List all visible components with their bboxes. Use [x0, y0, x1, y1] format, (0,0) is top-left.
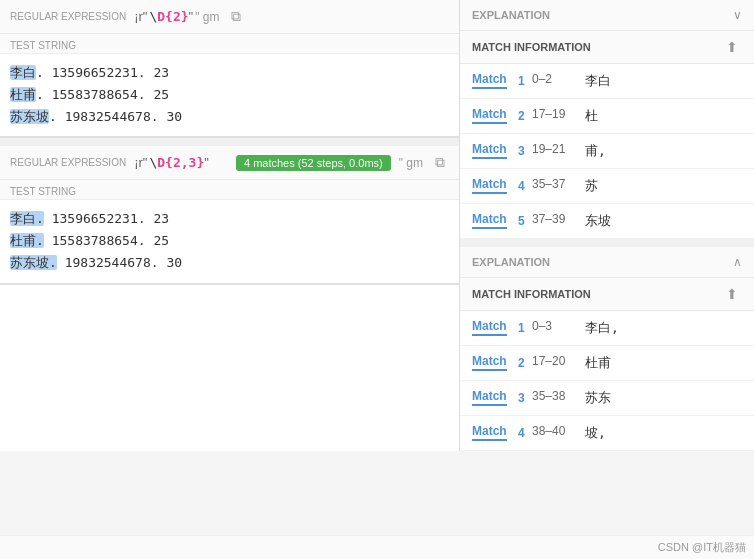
regex-flags-2: " gm: [399, 156, 423, 170]
test-string-content-2: 李白. 13596652231. 23 杜甫. 15583788654. 25 …: [0, 200, 459, 282]
explanation-label-2: EXPLANATION: [472, 256, 550, 268]
explanation-label-1: EXPLANATION: [472, 9, 550, 21]
test-string-label-1: TEST STRING: [0, 34, 459, 54]
regex-section-2: REGULAR EXPRESSION ¡r" \D{2,3} " 4 match…: [0, 146, 459, 284]
footer-bar: CSDN @IT机器猫: [0, 535, 754, 559]
right-section-1: EXPLANATION ∨ MATCH INFORMATION ⬆ Match …: [460, 0, 754, 239]
test-line-1-1: 李白. 13596652231. 23: [10, 62, 449, 84]
test-line-2-1: 李白. 13596652231. 23: [10, 208, 449, 230]
match-range-1-2: 17–19: [532, 107, 577, 121]
regex-label-2: REGULAR EXPRESSION: [10, 157, 126, 168]
match-tag-2-2: Match 2: [472, 354, 532, 371]
match-value-2-1: 李白,: [585, 319, 619, 337]
match-2-3: 苏东坡.: [10, 255, 57, 270]
match-value-2-4: 坡,: [585, 424, 606, 442]
match-range-1-1: 0–2: [532, 72, 577, 86]
copy-button-2[interactable]: ⧉: [431, 152, 449, 173]
regex-pattern-1: \D{2}: [149, 9, 188, 24]
match-tag-1-1: Match 1: [472, 72, 532, 89]
regex-prefix-1: ¡r": [134, 9, 147, 24]
regex-prefix-2: ¡r": [134, 155, 147, 170]
match-badge-2: 4 matches (52 steps, 0.0ms): [236, 155, 391, 171]
match-item-1-1: Match 1 0–2 李白: [460, 64, 754, 99]
regex-pattern-2: \D{2,3}: [149, 155, 204, 170]
right-section-divider: [460, 239, 754, 247]
copy-button-1[interactable]: ⧉: [227, 6, 245, 27]
match-item-1-2: Match 2 17–19 杜: [460, 99, 754, 134]
match-item-1-4: Match 4 35–37 苏: [460, 169, 754, 204]
match-tag-2-4: Match 4: [472, 424, 532, 441]
match-tag-1-3: Match 3: [472, 142, 532, 159]
test-line-1-3: 苏东坡. 19832544678. 30: [10, 106, 449, 128]
match-item-2-2: Match 2 17–20 杜甫: [460, 346, 754, 381]
regex-suffix-2: ": [204, 155, 209, 170]
right-panel: EXPLANATION ∨ MATCH INFORMATION ⬆ Match …: [460, 0, 754, 451]
match-tag-2-3: Match 3: [472, 389, 532, 406]
test-string-content-1: 李白. 13596652231. 23 杜甫. 15583788654. 25 …: [0, 54, 459, 136]
explanation-header-2: EXPLANATION ∧: [460, 247, 754, 278]
regex-header-1: REGULAR EXPRESSION ¡r" \D{2} " " gm ⧉: [0, 0, 459, 34]
match-item-2-3: Match 3 35–38 苏东: [460, 381, 754, 416]
regex-flags-1: " gm: [195, 10, 219, 24]
match-2-1: 李白.: [10, 211, 44, 226]
match-item-1-3: Match 3 19–21 甫,: [460, 134, 754, 169]
export-button-1[interactable]: ⬆: [722, 37, 742, 57]
match-tag-1-4: Match 4: [472, 177, 532, 194]
match-info-label-1: MATCH INFORMATION: [472, 41, 591, 53]
explanation-header-1: EXPLANATION ∨: [460, 0, 754, 31]
test-line-2-3: 苏东坡. 19832544678. 30: [10, 252, 449, 274]
match-value-1-1: 李白: [585, 72, 611, 90]
chevron-up-icon-2[interactable]: ∧: [733, 255, 742, 269]
match-value-1-3: 甫,: [585, 142, 606, 160]
chevron-down-icon-1[interactable]: ∨: [733, 8, 742, 22]
match-item-2-4: Match 4 38–40 坡,: [460, 416, 754, 451]
match-tag-1-5: Match 5: [472, 212, 532, 229]
regex-section-1: REGULAR EXPRESSION ¡r" \D{2} " " gm ⧉ TE…: [0, 0, 459, 138]
match-value-1-4: 苏: [585, 177, 598, 195]
match-value-2-3: 苏东: [585, 389, 611, 407]
right-section-2: EXPLANATION ∧ MATCH INFORMATION ⬆ Match …: [460, 247, 754, 451]
match-info-label-2: MATCH INFORMATION: [472, 288, 591, 300]
match-range-1-5: 37–39: [532, 212, 577, 226]
match-range-2-3: 35–38: [532, 389, 577, 403]
match-1-3: 苏东坡: [10, 109, 49, 124]
match-range-1-4: 35–37: [532, 177, 577, 191]
match-info-header-1: MATCH INFORMATION ⬆: [460, 31, 754, 64]
match-value-2-2: 杜甫: [585, 354, 611, 372]
match-range-2-2: 17–20: [532, 354, 577, 368]
test-string-label-2: TEST STRING: [0, 180, 459, 200]
match-value-1-5: 东坡: [585, 212, 611, 230]
section-divider: [0, 138, 459, 146]
match-2-2: 杜甫.: [10, 233, 44, 248]
main-layout: REGULAR EXPRESSION ¡r" \D{2} " " gm ⧉ TE…: [0, 0, 754, 451]
footer-text: CSDN @IT机器猫: [658, 541, 746, 553]
match-range-1-3: 19–21: [532, 142, 577, 156]
match-info-header-2: MATCH INFORMATION ⬆: [460, 278, 754, 311]
match-1-1: 李白: [10, 65, 36, 80]
test-line-2-2: 杜甫. 15583788654. 25: [10, 230, 449, 252]
match-range-2-4: 38–40: [532, 424, 577, 438]
test-line-1-2: 杜甫. 15583788654. 25: [10, 84, 449, 106]
left-panel: REGULAR EXPRESSION ¡r" \D{2} " " gm ⧉ TE…: [0, 0, 460, 451]
match-tag-2-1: Match 1: [472, 319, 532, 336]
regex-header-2: REGULAR EXPRESSION ¡r" \D{2,3} " 4 match…: [0, 146, 459, 180]
match-value-1-2: 杜: [585, 107, 598, 125]
match-1-2: 杜甫: [10, 87, 36, 102]
match-item-2-1: Match 1 0–3 李白,: [460, 311, 754, 346]
match-tag-1-2: Match 2: [472, 107, 532, 124]
export-button-2[interactable]: ⬆: [722, 284, 742, 304]
match-range-2-1: 0–3: [532, 319, 577, 333]
regex-suffix-1: ": [189, 9, 194, 24]
regex-label-1: REGULAR EXPRESSION: [10, 11, 126, 22]
match-item-1-5: Match 5 37–39 东坡: [460, 204, 754, 239]
